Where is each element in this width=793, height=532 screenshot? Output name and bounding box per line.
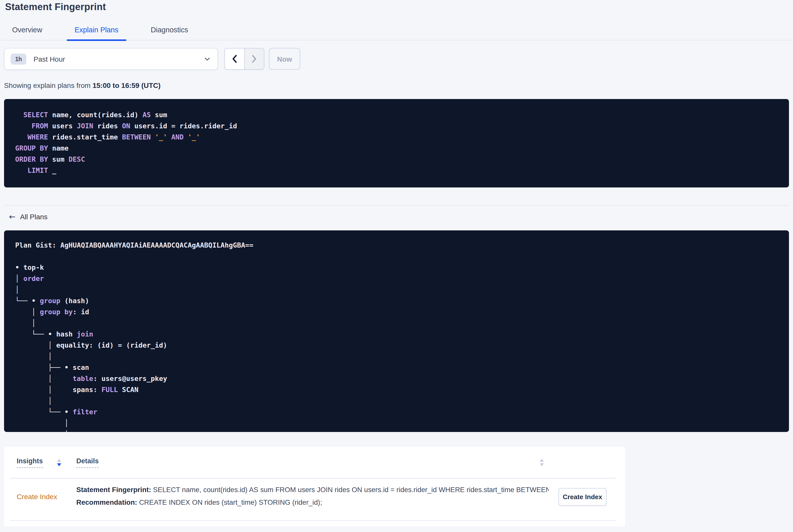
sql-statement-block: SELECT name, count(rides.id) AS sum FROM…	[4, 99, 789, 187]
column-header-insights[interactable]: Insights	[17, 457, 43, 468]
time-range-label: Past Hour	[34, 55, 65, 63]
insight-type-label: Create Index	[17, 493, 57, 501]
all-plans-label: All Plans	[20, 213, 48, 221]
statement-fingerprint-text: SELECT name, count(rides.id) AS sum FROM…	[151, 486, 549, 494]
next-time-button[interactable]	[245, 49, 264, 69]
arrow-left-icon: ←	[9, 212, 15, 221]
statement-fingerprint-line: Statement Fingerprint: SELECT name, coun…	[76, 483, 549, 496]
create-index-button[interactable]: Create Index	[559, 488, 606, 506]
chevron-right-icon	[251, 55, 257, 63]
tab-diagnostics[interactable]: Diagnostics	[151, 20, 188, 40]
page: Statement Fingerprint Overview Explain P…	[0, 0, 793, 532]
sort-up-caret	[57, 459, 61, 462]
section-divider	[4, 205, 789, 206]
insight-details-cell: Statement Fingerprint: SELECT name, coun…	[76, 483, 549, 509]
statement-fingerprint-label: Statement Fingerprint:	[76, 486, 151, 494]
time-nav-group	[224, 48, 264, 70]
now-button[interactable]: Now	[269, 48, 300, 70]
chevron-left-icon	[231, 55, 238, 63]
recommendation-label: Recommendation:	[76, 499, 137, 506]
time-range-badge: 1h	[11, 53, 26, 64]
plan-gist-block: Plan Gist: AgHUAQIABQAAAHYAQIAiAEAAAADCQ…	[4, 230, 789, 432]
showing-range: 15:00 to 16:59 (UTC)	[93, 81, 161, 90]
showing-prefix: Showing explain plans from	[4, 81, 93, 90]
table-row-divider	[10, 520, 616, 521]
column-header-details[interactable]: Details	[76, 457, 99, 468]
tab-explain-plans[interactable]: Explain Plans	[75, 20, 118, 40]
sort-down-caret	[57, 463, 61, 466]
sort-icon-insights[interactable]	[57, 459, 61, 466]
sort-icon-details[interactable]	[540, 459, 544, 466]
all-plans-link[interactable]: ← All Plans	[9, 212, 48, 221]
recommendation-text: CREATE INDEX ON rides (start_time) STORI…	[137, 499, 322, 506]
table-header-divider	[10, 478, 616, 478]
sort-up-caret	[540, 459, 544, 462]
showing-range-text: Showing explain plans from 15:00 to 16:5…	[4, 81, 161, 90]
chevron-down-icon	[204, 57, 210, 61]
sort-down-caret	[540, 463, 544, 466]
insights-table-card: Insights Details Create Index Statement …	[4, 446, 625, 527]
time-picker-row: 1h Past Hour Now	[4, 48, 300, 70]
previous-time-button[interactable]	[225, 49, 245, 69]
recommendation-line: Recommendation: CREATE INDEX ON rides (s…	[76, 496, 549, 509]
time-range-dropdown[interactable]: 1h Past Hour	[4, 48, 218, 70]
page-title: Statement Fingerprint	[5, 0, 106, 13]
tab-overview[interactable]: Overview	[12, 20, 42, 40]
tab-bar: Overview Explain Plans Diagnostics	[0, 20, 793, 40]
